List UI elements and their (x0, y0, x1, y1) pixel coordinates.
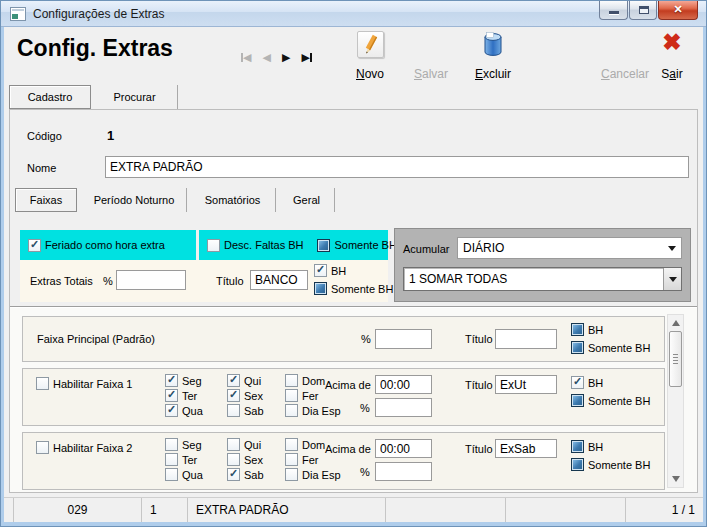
checkbox-box[interactable] (165, 453, 178, 466)
banco-bh-checkbox[interactable]: BH (314, 264, 346, 277)
faixa2-day-ter-checkbox[interactable]: Ter (165, 453, 203, 466)
feriado-checkbox-box[interactable] (28, 239, 41, 252)
scroll-up-icon[interactable] (672, 320, 680, 326)
status-name-cell: EXTRA PADRÃO (188, 498, 386, 522)
faixa2-day-qui-checkbox[interactable]: Qui (227, 438, 264, 451)
checkbox-box[interactable] (165, 438, 178, 451)
faixa2-percent-input[interactable] (375, 462, 432, 481)
faixa1-day-ter-checkbox[interactable]: Ter (165, 389, 203, 402)
faixa1-acima-input[interactable] (375, 375, 432, 394)
checkbox-box[interactable] (285, 374, 298, 387)
dropdown-arrow-icon (668, 246, 676, 251)
checkbox-box[interactable] (227, 438, 240, 451)
nome-label: Nome (27, 162, 56, 174)
tab-procurar[interactable]: Procurar (92, 85, 178, 109)
faixa2-day-sab-checkbox[interactable]: Sab (227, 468, 264, 481)
principal-somente-bh-checkbox[interactable]: Somente BH (571, 341, 650, 354)
faixa2-somente-bh-checkbox-box[interactable] (571, 458, 584, 471)
faixa1-habilitar-checkbox[interactable]: Habilitar Faixa 1 (36, 377, 132, 390)
faixa2-acima-input[interactable] (375, 439, 432, 458)
desc-faltas-checkbox[interactable]: Desc. Faltas BH (207, 239, 303, 252)
combo-dropdown-button[interactable] (663, 268, 681, 290)
last-record-button[interactable] (301, 51, 311, 64)
faixa2-bh-checkbox-box[interactable] (571, 440, 584, 453)
faixa2-day-sex-checkbox[interactable]: Sex (227, 453, 264, 466)
checkbox-box[interactable] (227, 404, 240, 417)
novo-button[interactable]: Novo (341, 29, 399, 81)
acumular-dropdown[interactable]: DIÁRIO (457, 237, 682, 259)
checkbox-box[interactable] (285, 404, 298, 417)
scrollbar-thumb[interactable] (669, 331, 682, 387)
faixa1-bh-checkbox-box[interactable] (571, 376, 584, 389)
faixa2-titulo-input[interactable] (495, 439, 557, 458)
faixa2-day-seg-checkbox[interactable]: Seg (165, 438, 203, 451)
scroll-down-icon[interactable] (672, 476, 680, 482)
principal-bh-checkbox[interactable]: BH (571, 323, 603, 336)
checkbox-box[interactable] (165, 468, 178, 481)
somar-combobox[interactable]: 1 SOMAR TODAS (403, 267, 682, 291)
tab-periodo-noturno[interactable]: Período Noturno (82, 188, 187, 212)
faixa1-day-diaesp-checkbox[interactable]: Dia Esp (285, 404, 341, 417)
faixa1-percent-input[interactable] (375, 398, 432, 417)
tab-geral[interactable]: Geral (279, 188, 335, 212)
checkbox-box[interactable] (285, 468, 298, 481)
maximize-button[interactable] (629, 1, 657, 20)
previous-record-button[interactable] (262, 51, 270, 64)
checkbox-box[interactable] (227, 453, 240, 466)
extras-titulo-input[interactable] (250, 270, 308, 290)
salvar-button[interactable]: Salvar (402, 29, 460, 81)
first-record-button[interactable] (241, 51, 251, 64)
faixa2-bh-checkbox[interactable]: BH (571, 440, 603, 453)
checkbox-box[interactable] (165, 389, 178, 402)
faixa2-habilitar-checkbox[interactable]: Habilitar Faixa 2 (36, 441, 132, 454)
faixa1-day-qui-checkbox[interactable]: Qui (227, 374, 264, 387)
vertical-scrollbar[interactable] (667, 314, 684, 488)
checkbox-box[interactable] (227, 468, 240, 481)
faixa1-day-seg-checkbox[interactable]: Seg (165, 374, 203, 387)
next-record-button[interactable] (282, 51, 290, 64)
nome-input[interactable] (105, 156, 689, 178)
tab-cadastro[interactable]: Cadastro (9, 85, 91, 109)
excluir-button[interactable]: Excluir (462, 29, 524, 81)
faixa1-somente-bh-checkbox-box[interactable] (571, 394, 584, 407)
banco-somente-bh-checkbox-box[interactable] (314, 282, 327, 295)
faixa2-habilitar-checkbox-box[interactable] (36, 441, 49, 454)
faixa1-bh-checkbox[interactable]: BH (571, 376, 603, 389)
principal-bh-checkbox-box[interactable] (571, 323, 584, 336)
checkbox-box[interactable] (285, 389, 298, 402)
faixa1-titulo-input[interactable] (495, 375, 557, 394)
faixa1-day-sab-checkbox[interactable]: Sab (227, 404, 264, 417)
somente-bh-top-checkbox[interactable]: Somente BH (317, 239, 396, 252)
principal-percent-input[interactable] (375, 329, 432, 349)
checkbox-box[interactable] (227, 374, 240, 387)
checkbox-box[interactable] (165, 404, 178, 417)
faixa1-day-col-1: Seg Ter Qua (165, 374, 203, 417)
faixa2-day-diaesp-checkbox[interactable]: Dia Esp (285, 468, 341, 481)
faixa2-titulo-label: Título (465, 443, 493, 455)
title-bar[interactable]: Configurações de Extras ✕ (1, 1, 706, 27)
desc-faltas-checkbox-box[interactable] (207, 239, 220, 252)
tab-faixas[interactable]: Faixas (15, 188, 77, 212)
banco-bh-checkbox-box[interactable] (314, 264, 327, 277)
faixa1-day-sex-checkbox[interactable]: Sex (227, 389, 264, 402)
close-button[interactable]: ✕ (658, 1, 698, 20)
tab-somatorios[interactable]: Somatórios (190, 188, 276, 212)
faixa1-habilitar-checkbox-box[interactable] (36, 377, 49, 390)
faixa1-day-qua-checkbox[interactable]: Qua (165, 404, 203, 417)
minimize-button[interactable] (599, 1, 628, 20)
checkbox-box[interactable] (165, 374, 178, 387)
faixa2-day-qua-checkbox[interactable]: Qua (165, 468, 203, 481)
feriado-checkbox[interactable]: Feriado como hora extra (28, 239, 165, 252)
faixa1-somente-bh-checkbox[interactable]: Somente BH (571, 394, 650, 407)
banco-somente-bh-checkbox[interactable]: Somente BH (314, 282, 393, 295)
checkbox-box[interactable] (227, 389, 240, 402)
checkbox-box[interactable] (285, 453, 298, 466)
checkbox-box[interactable] (285, 438, 298, 451)
principal-somente-bh-checkbox-box[interactable] (571, 341, 584, 354)
extras-percent-input[interactable] (116, 270, 186, 290)
faixa2-day-col-1: Seg Ter Qua (165, 438, 203, 481)
faixa2-somente-bh-checkbox[interactable]: Somente BH (571, 458, 650, 471)
principal-titulo-input[interactable] (495, 329, 557, 349)
sair-button[interactable]: ✖ Sair (646, 29, 698, 81)
somente-bh-top-checkbox-box[interactable] (317, 239, 330, 252)
